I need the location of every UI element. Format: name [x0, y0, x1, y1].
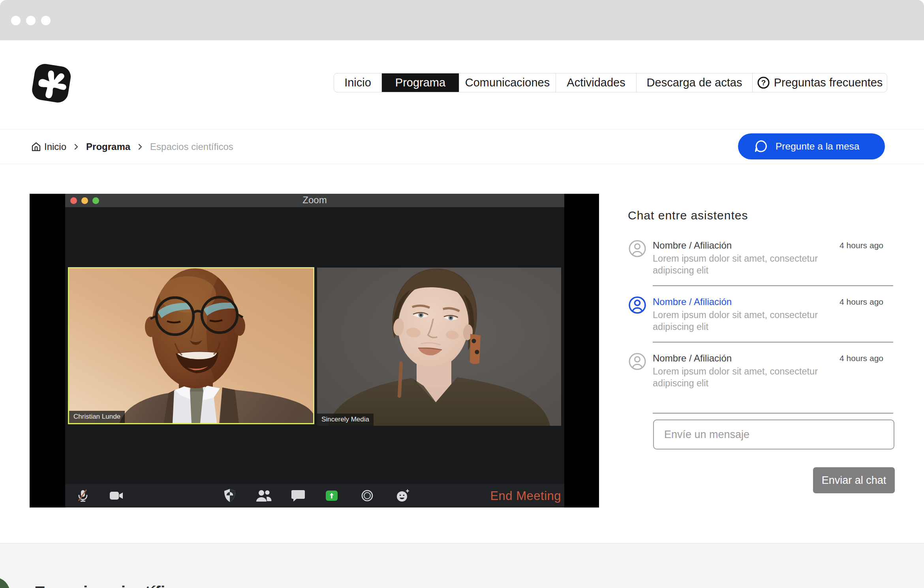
svg-text:?: ? [761, 79, 766, 87]
